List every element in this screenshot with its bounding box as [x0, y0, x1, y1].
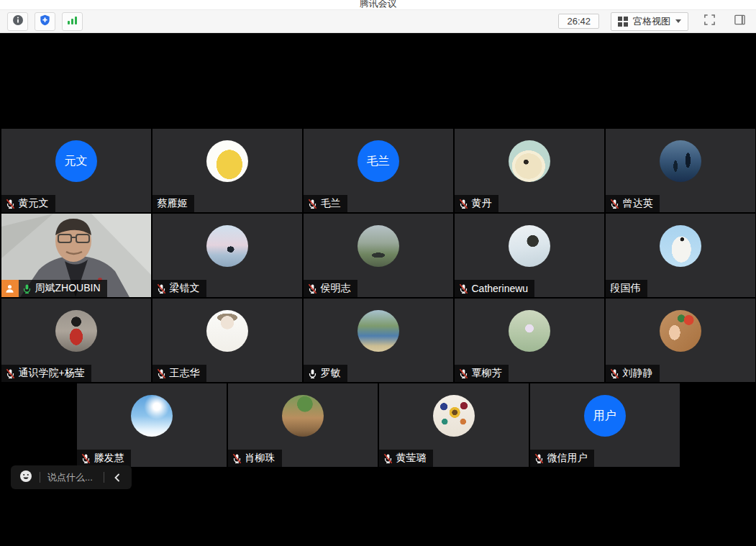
- participant-tile[interactable]: 王志华: [152, 299, 302, 382]
- participant-avatar: [206, 140, 248, 182]
- participant-tile[interactable]: 梁错文: [152, 214, 302, 297]
- participant-avatar: 元文: [55, 140, 97, 182]
- participant-avatar: [433, 395, 475, 437]
- mic-active-icon: [22, 283, 32, 294]
- mic-muted-icon: [534, 453, 545, 464]
- toolbar-left: [7, 12, 83, 31]
- security-shield-icon: [40, 14, 50, 29]
- participant-tile[interactable]: 曾达英: [606, 129, 755, 212]
- mic-muted-icon: [232, 453, 242, 464]
- chevron-down-icon: [675, 19, 681, 23]
- participant-tile[interactable]: 通识学院+杨莹: [1, 299, 151, 382]
- participant-name: 侯明志: [321, 282, 351, 295]
- info-icon: [12, 14, 24, 29]
- participant-avatar: [509, 310, 550, 352]
- participant-name: 黄莹璐: [396, 452, 427, 465]
- participant-tile[interactable]: 用户微信用户: [530, 383, 680, 467]
- security-button[interactable]: [35, 12, 55, 31]
- video-grid-area: 元文黄元文蔡雁姬毛兰毛兰黄丹曾达英 周斌ZHOUBIN梁错文侯明志Catheri…: [0, 33, 756, 546]
- participant-tile[interactable]: 段国伟: [606, 214, 755, 297]
- mic-muted-icon: [5, 368, 16, 379]
- participant-name-label: 王志华: [152, 365, 206, 382]
- meeting-toolbar: 26:42 宫格视图: [0, 10, 756, 33]
- participant-name-label: 罗敏: [304, 365, 347, 382]
- participant-name: 微信用户: [547, 452, 588, 465]
- participant-name-label: 滕发慧: [77, 450, 131, 467]
- window-title: 腾讯会议: [0, 0, 756, 10]
- sidebar-toggle-button[interactable]: [730, 13, 749, 30]
- participant-name-label: 微信用户: [530, 450, 594, 467]
- host-badge-icon: [1, 280, 19, 297]
- participant-name-label: 黄莹璐: [379, 450, 433, 467]
- participant-tile[interactable]: 侯明志: [304, 214, 453, 297]
- mic-muted-icon: [458, 368, 469, 379]
- participant-tile[interactable]: 周斌ZHOUBIN: [1, 214, 151, 297]
- participant-avatar: [660, 310, 701, 352]
- participant-avatar: [660, 225, 701, 267]
- mic-muted-icon: [307, 283, 318, 294]
- participant-name-label: 侯明志: [304, 280, 357, 297]
- network-quality-button[interactable]: [62, 12, 83, 31]
- mic-muted-icon: [609, 199, 620, 209]
- info-button[interactable]: [7, 12, 28, 31]
- participant-avatar: [509, 225, 550, 267]
- view-mode-button[interactable]: 宫格视图: [611, 12, 688, 31]
- chevron-left-icon[interactable]: [111, 472, 123, 483]
- divider: [40, 472, 40, 483]
- participant-avatar: [509, 140, 550, 182]
- participant-name-label: 覃柳芳: [455, 365, 509, 382]
- network-signal-icon: [67, 15, 78, 28]
- mic-muted-icon: [458, 283, 469, 294]
- participant-tile[interactable]: 元文黄元文: [1, 129, 151, 212]
- participant-grid-row: 通识学院+杨莹王志华罗敏覃柳芳刘静静: [0, 299, 756, 382]
- participant-tile[interactable]: Catherinewu: [455, 214, 604, 297]
- participant-name-label: 段国伟: [606, 280, 647, 297]
- smiley-icon[interactable]: [19, 470, 32, 486]
- participant-tile[interactable]: 毛兰毛兰: [304, 129, 453, 212]
- participant-grid-row: 元文黄元文蔡雁姬毛兰毛兰黄丹曾达英: [0, 129, 756, 212]
- participant-name: 段国伟: [611, 282, 641, 295]
- participant-name: 周斌ZHOUBIN: [35, 282, 101, 295]
- mic-muted-icon: [307, 199, 318, 209]
- participant-name: 王志华: [170, 367, 200, 380]
- participant-tile[interactable]: 滕发慧: [77, 383, 227, 467]
- participant-avatar: [357, 225, 399, 267]
- participant-name: 黄丹: [472, 197, 492, 210]
- window-titlebar: 腾讯会议: [0, 0, 756, 10]
- fullscreen-icon: [703, 14, 716, 29]
- mic-muted-icon: [156, 283, 167, 294]
- chat-input-bar[interactable]: 说点什么...: [11, 465, 132, 489]
- participant-name: 毛兰: [321, 197, 341, 210]
- participant-avatar: 用户: [584, 395, 626, 437]
- participant-name: 刘静静: [623, 367, 653, 380]
- participant-tile[interactable]: 蔡雁姬: [152, 129, 302, 212]
- participant-name: 黄元文: [19, 197, 49, 210]
- participant-avatar: [206, 225, 248, 267]
- participant-tile[interactable]: 黄莹璐: [379, 383, 529, 467]
- participant-avatar: 毛兰: [357, 140, 399, 182]
- participant-grid-row: 周斌ZHOUBIN梁错文侯明志Catherinewu段国伟: [0, 214, 756, 297]
- participant-avatar: [131, 395, 173, 437]
- participant-tile[interactable]: 刘静静: [606, 299, 755, 382]
- fullscreen-button[interactable]: [700, 13, 719, 30]
- mic-muted-icon: [156, 368, 167, 379]
- participant-tile[interactable]: 覃柳芳: [455, 299, 604, 382]
- participant-name-label: 毛兰: [304, 195, 347, 212]
- mic-muted-icon: [81, 453, 91, 464]
- participant-tile[interactable]: 肖柳珠: [228, 383, 378, 467]
- mic-muted-icon: [458, 199, 469, 209]
- participant-name-label: 梁错文: [152, 280, 206, 297]
- participant-name: Catherinewu: [472, 283, 529, 294]
- chat-message-input[interactable]: 说点什么...: [47, 471, 96, 484]
- participant-name-label: 通识学院+杨莹: [1, 365, 91, 382]
- participant-name: 覃柳芳: [472, 367, 502, 380]
- tencent-meeting-window: 腾讯会议 26:42 宫格视图: [0, 0, 756, 546]
- participant-name-label: 周斌ZHOUBIN: [1, 280, 107, 297]
- participant-tile[interactable]: 罗敏: [304, 299, 453, 382]
- participant-name: 蔡雁姬: [158, 197, 188, 210]
- mic-on-icon: [307, 368, 318, 379]
- sidebar-toggle-icon: [734, 14, 746, 29]
- participant-avatar: [55, 310, 97, 352]
- participant-name: 通识学院+杨莹: [19, 367, 85, 380]
- participant-tile[interactable]: 黄丹: [455, 129, 604, 212]
